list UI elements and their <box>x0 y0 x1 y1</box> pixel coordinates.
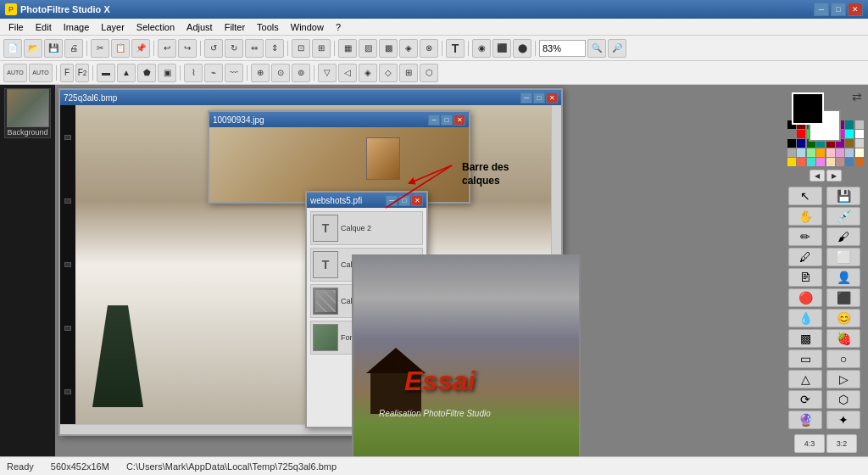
magic-button[interactable]: 🔮 <box>788 411 822 429</box>
palette-color-37[interactable] <box>836 158 844 166</box>
effect2-button[interactable]: ⬛ <box>492 39 511 58</box>
shape1-button[interactable]: ▬ <box>97 64 115 82</box>
effect1-button[interactable]: ◉ <box>472 39 491 58</box>
open-button[interactable]: 📂 <box>24 39 42 58</box>
effect3-button[interactable]: ⬤ <box>513 39 531 58</box>
font-name-button[interactable]: F <box>60 64 74 82</box>
brush1-button[interactable]: ⌇ <box>184 64 203 82</box>
palette-color-28[interactable] <box>826 148 835 157</box>
shape3-button[interactable]: ⬟ <box>137 64 156 82</box>
menu-adjust[interactable]: Adjust <box>181 20 218 34</box>
second-window-restore[interactable]: □ <box>441 115 453 126</box>
palette-scroll-left[interactable]: ◀ <box>810 170 825 182</box>
poly-button[interactable]: ⬡ <box>826 390 860 409</box>
palette-color-22[interactable] <box>845 139 854 148</box>
rotate-left-button[interactable]: ↺ <box>204 39 223 58</box>
auto1-button[interactable]: AUTO <box>3 64 27 82</box>
ratio-43-button[interactable]: 4:3 <box>794 434 825 453</box>
main-window-minimize[interactable]: ─ <box>520 92 532 103</box>
save-button[interactable]: 💾 <box>44 39 63 58</box>
stamp-button[interactable]: 🖹 <box>788 268 822 287</box>
save-tool-button[interactable]: 💾 <box>826 187 860 205</box>
menu-window[interactable]: Window <box>286 20 329 34</box>
text-button[interactable]: T <box>446 39 465 58</box>
maximize-button[interactable]: □ <box>831 3 846 16</box>
palette-color-15[interactable] <box>855 130 864 138</box>
main-window-restore[interactable]: □ <box>533 92 545 103</box>
lasso-button[interactable]: ⟳ <box>788 390 822 409</box>
berry-button[interactable]: 🔴 <box>788 288 822 307</box>
close-button[interactable]: ✕ <box>848 3 863 16</box>
triangle-button[interactable]: △ <box>788 370 822 388</box>
face2-button[interactable]: 😊 <box>826 309 860 327</box>
palette-color-6[interactable] <box>845 120 854 129</box>
palette-color-23[interactable] <box>855 139 864 148</box>
zoom-input[interactable]: 83% <box>539 40 586 57</box>
arrow-button[interactable]: ▷ <box>826 370 860 388</box>
menu-layer[interactable]: Layer <box>96 20 130 34</box>
rect-select-button[interactable]: ▭ <box>788 349 822 368</box>
pattern-button[interactable]: ▩ <box>788 329 822 348</box>
palette-color-25[interactable] <box>797 148 805 157</box>
zoom-in-button[interactable]: 🔍 <box>587 39 606 58</box>
wand-button[interactable]: ✦ <box>826 411 860 429</box>
eraser-button[interactable]: ⬜ <box>826 248 860 266</box>
palette-color-33[interactable] <box>797 158 805 166</box>
minimize-button[interactable]: ─ <box>814 3 829 16</box>
shape2-button[interactable]: ▲ <box>117 64 136 82</box>
font-size-button[interactable]: F2 <box>75 64 89 82</box>
zoom-out-button[interactable]: 🔎 <box>608 39 626 58</box>
palette-color-26[interactable] <box>807 148 815 157</box>
palette-color-29[interactable] <box>836 148 844 157</box>
palette-color-8[interactable] <box>787 130 796 138</box>
palette-color-36[interactable] <box>826 158 835 166</box>
drop-button[interactable]: 💧 <box>788 309 822 327</box>
cut-button[interactable]: ✂ <box>91 39 109 58</box>
filter5-button[interactable]: ⊗ <box>420 39 438 58</box>
undo-button[interactable]: ↩ <box>158 39 176 58</box>
swap-colors-icon[interactable]: ⇄ <box>852 90 862 103</box>
ratio-32-button[interactable]: 3:2 <box>826 434 857 453</box>
crop-button[interactable]: ⊡ <box>292 39 310 58</box>
menu-image[interactable]: Image <box>58 20 95 34</box>
pattern1-button[interactable]: ⊕ <box>251 64 270 82</box>
copy-button[interactable]: 📋 <box>111 39 130 58</box>
foreground-color-swatch[interactable] <box>792 92 824 125</box>
paste-button[interactable]: 📌 <box>131 39 150 58</box>
palette-color-38[interactable] <box>845 158 854 166</box>
misc3-button[interactable]: ◈ <box>359 64 377 82</box>
filter1-button[interactable]: ▦ <box>338 39 357 58</box>
palette-color-14[interactable] <box>845 130 854 138</box>
palette-color-9[interactable] <box>797 130 805 138</box>
menu-tools[interactable]: Tools <box>252 20 284 34</box>
shape4-button[interactable]: ▣ <box>158 64 176 82</box>
redo-button[interactable]: ↪ <box>178 39 197 58</box>
rotate-right-button[interactable]: ↻ <box>225 39 243 58</box>
filter2-button[interactable]: ▨ <box>359 39 377 58</box>
palette-color-34[interactable] <box>807 158 815 166</box>
menu-file[interactable]: File <box>3 20 29 34</box>
pattern3-button[interactable]: ⊚ <box>292 64 310 82</box>
palette-color-27[interactable] <box>816 148 825 157</box>
new-button[interactable]: 📄 <box>3 39 22 58</box>
select-tool-button[interactable]: ↖ <box>788 187 822 205</box>
paint-button[interactable]: 🖌 <box>826 227 860 246</box>
palette-scroll-right[interactable]: ▶ <box>826 170 842 182</box>
eyedropper-button[interactable]: 💉 <box>826 207 860 226</box>
pattern2-button[interactable]: ⊙ <box>271 64 290 82</box>
palette-color-7[interactable] <box>855 120 864 129</box>
filter3-button[interactable]: ▩ <box>379 39 398 58</box>
menu-edit[interactable]: Edit <box>31 20 57 34</box>
second-window-close[interactable]: ✕ <box>453 115 465 126</box>
print-button[interactable]: 🖨 <box>64 39 83 58</box>
menu-help[interactable]: ? <box>331 20 346 34</box>
resize-button[interactable]: ⊞ <box>312 39 331 58</box>
misc5-button[interactable]: ⊞ <box>399 64 418 82</box>
misc6-button[interactable]: ⬡ <box>420 64 438 82</box>
menu-selection[interactable]: Selection <box>131 20 180 34</box>
palette-color-16[interactable] <box>787 139 796 148</box>
misc2-button[interactable]: ◁ <box>338 64 357 82</box>
pencil-button[interactable]: ✏ <box>788 227 822 246</box>
palette-color-31[interactable] <box>855 148 864 157</box>
palette-color-32[interactable] <box>787 158 796 166</box>
